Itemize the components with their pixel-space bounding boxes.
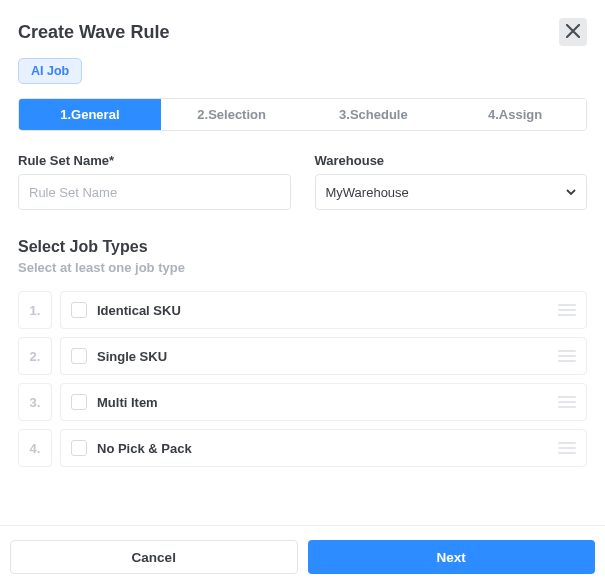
checkbox[interactable]: [71, 348, 87, 364]
create-wave-rule-modal: Create Wave Rule AI Job 1.General 2.Sele…: [0, 0, 605, 467]
job-types-list: 1. Identical SKU 2. Single SKU 3. Multi …: [18, 291, 587, 467]
tab-selection[interactable]: 2.Selection: [161, 99, 303, 130]
warehouse-col: Warehouse: [315, 153, 588, 210]
next-button[interactable]: Next: [308, 540, 596, 574]
job-types-title: Select Job Types: [18, 238, 587, 256]
drag-handle-icon[interactable]: [558, 438, 576, 458]
job-row: 2. Single SKU: [18, 337, 587, 375]
tab-general[interactable]: 1.General: [19, 99, 161, 130]
rule-set-col: Rule Set Name*: [18, 153, 291, 210]
checkbox[interactable]: [71, 440, 87, 456]
modal-header: Create Wave Rule: [18, 18, 587, 46]
job-label: Single SKU: [97, 349, 167, 364]
warehouse-select[interactable]: [315, 174, 588, 210]
checkbox[interactable]: [71, 394, 87, 410]
form-row: Rule Set Name* Warehouse: [18, 153, 587, 210]
close-button[interactable]: [559, 18, 587, 46]
job-label: Multi Item: [97, 395, 158, 410]
step-tabs: 1.General 2.Selection 3.Schedule 4.Assig…: [18, 98, 587, 131]
job-item-identical-sku[interactable]: Identical SKU: [60, 291, 587, 329]
modal-title: Create Wave Rule: [18, 22, 169, 43]
checkbox[interactable]: [71, 302, 87, 318]
job-label: No Pick & Pack: [97, 441, 192, 456]
cancel-button[interactable]: Cancel: [10, 540, 298, 574]
drag-handle-icon[interactable]: [558, 392, 576, 412]
job-number: 3.: [18, 383, 52, 421]
close-icon: [566, 24, 580, 41]
job-label: Identical SKU: [97, 303, 181, 318]
warehouse-value[interactable]: [315, 174, 588, 210]
job-row: 1. Identical SKU: [18, 291, 587, 329]
tab-schedule[interactable]: 3.Schedule: [303, 99, 445, 130]
drag-handle-icon[interactable]: [558, 300, 576, 320]
rule-set-label: Rule Set Name*: [18, 153, 291, 168]
drag-handle-icon[interactable]: [558, 346, 576, 366]
ai-job-button[interactable]: AI Job: [18, 58, 82, 84]
job-number: 4.: [18, 429, 52, 467]
warehouse-label: Warehouse: [315, 153, 588, 168]
job-item-multi-item[interactable]: Multi Item: [60, 383, 587, 421]
job-number: 2.: [18, 337, 52, 375]
rule-set-input[interactable]: [18, 174, 291, 210]
job-item-no-pick-pack[interactable]: No Pick & Pack: [60, 429, 587, 467]
job-row: 3. Multi Item: [18, 383, 587, 421]
job-number: 1.: [18, 291, 52, 329]
job-row: 4. No Pick & Pack: [18, 429, 587, 467]
job-item-single-sku[interactable]: Single SKU: [60, 337, 587, 375]
tab-assign[interactable]: 4.Assign: [444, 99, 586, 130]
job-types-subtitle: Select at least one job type: [18, 260, 587, 275]
modal-footer: Cancel Next: [0, 525, 605, 588]
